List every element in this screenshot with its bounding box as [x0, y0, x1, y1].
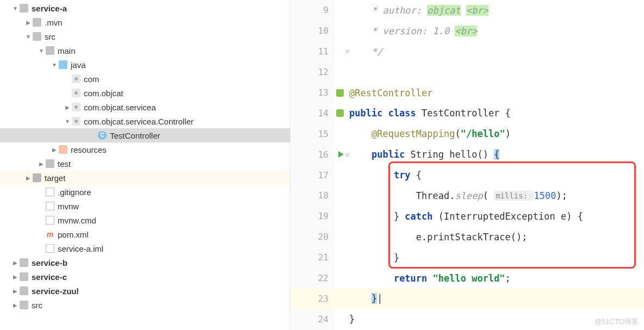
tree-item-service-c[interactable]: ▶service-c: [0, 270, 290, 284]
folder-icon: [20, 301, 28, 309]
code-token: {: [494, 149, 499, 160]
tree-item-testcontroller[interactable]: CTestController: [0, 128, 290, 142]
tree-item-label: .gitignore: [58, 188, 91, 197]
iml-icon: [46, 244, 54, 253]
tree-item-main[interactable]: ▼main: [0, 43, 290, 58]
tree-item-label: TestController: [110, 131, 160, 140]
code-line[interactable]: return "hello world";: [334, 268, 644, 289]
code-token: <br>: [466, 5, 488, 16]
tree-item-service-a[interactable]: ▼service-a: [0, 1, 290, 15]
expand-arrow-icon[interactable]: ▶: [25, 20, 32, 26]
code-line[interactable]: } catch (InterruptedException e) {: [334, 206, 644, 227]
line-number[interactable]: 10: [290, 21, 334, 41]
line-number[interactable]: 21: [290, 247, 334, 268]
code-editor[interactable]: 91011⊟1213141516⊟17181920212223⊟24 * aut…: [290, 0, 644, 330]
tree-item-label: service-c: [32, 272, 67, 282]
tree-item-service-a-iml[interactable]: service-a.iml: [0, 241, 290, 256]
code-line[interactable]: * author: objcat <br>: [334, 0, 644, 21]
code-token: Thread.: [349, 190, 455, 201]
folder-icon: [46, 159, 54, 168]
code-token: (: [483, 190, 494, 201]
code-line[interactable]: */: [334, 41, 644, 62]
tree-item-service-b[interactable]: ▶service-b: [0, 256, 290, 270]
code-line[interactable]: @RequestMapping("/hello"): [334, 123, 644, 144]
code-line[interactable]: e.printStackTrace();: [334, 227, 644, 247]
tree-item-target[interactable]: ▶target: [0, 171, 290, 185]
tree-item-service-zuul[interactable]: ▶service-zuul: [0, 284, 290, 298]
line-number[interactable]: 9: [290, 0, 334, 21]
code-line[interactable]: [334, 62, 644, 83]
code-token: @RestController: [349, 88, 433, 98]
tree-item-label: service-a: [32, 4, 67, 13]
tree-item-src[interactable]: ▶src: [0, 298, 290, 312]
expand-arrow-icon[interactable]: ▶: [12, 260, 18, 266]
expand-arrow-icon[interactable]: ▶: [64, 104, 71, 110]
tree-item-label: src: [45, 32, 55, 41]
expand-arrow-icon[interactable]: ▶: [12, 302, 18, 308]
expand-arrow-icon[interactable]: ▼: [25, 34, 32, 40]
code-line[interactable]: }|: [334, 288, 644, 309]
line-number[interactable]: 20: [290, 227, 334, 247]
class-icon: C: [98, 131, 107, 140]
expand-arrow-icon[interactable]: ▼: [38, 48, 45, 54]
tree-item-mvnw-cmd[interactable]: mvnw.cmd: [0, 213, 290, 227]
line-number[interactable]: 15: [290, 123, 334, 144]
tree-item-test[interactable]: ▶test: [0, 157, 290, 171]
expand-arrow-icon[interactable]: ▼: [51, 62, 58, 68]
tree-item-com-objcat[interactable]: com.objcat: [0, 86, 290, 100]
line-number[interactable]: 17: [290, 165, 334, 185]
project-tree[interactable]: ▼service-a▶.mvn▼src▼main▼javacomcom.objc…: [0, 0, 290, 330]
line-number[interactable]: 13: [290, 83, 334, 103]
line-number[interactable]: 14: [290, 103, 334, 123]
code-token: public: [371, 149, 411, 160]
line-number[interactable]: 11⊟: [290, 41, 334, 62]
expand-arrow-icon[interactable]: ▶: [38, 161, 45, 167]
code-line[interactable]: try {: [334, 165, 644, 185]
tree-item-java[interactable]: ▼java: [0, 58, 290, 72]
code-token: );: [556, 190, 567, 201]
code-line[interactable]: Thread.sleep( millis: 1500);: [334, 185, 644, 206]
package-icon: [72, 103, 81, 111]
line-number[interactable]: 23⊟: [290, 288, 334, 309]
code-line[interactable]: public class TestController {: [334, 103, 644, 123]
expand-arrow-icon[interactable]: ▶: [12, 274, 18, 280]
code-token: @RequestMapping: [371, 128, 455, 139]
expand-arrow-icon[interactable]: ▶: [12, 288, 18, 294]
code-token: * version: 1.0: [371, 26, 455, 36]
code-line[interactable]: }: [334, 247, 644, 268]
code-token: "/hello": [461, 128, 505, 139]
tree-item-com-objcat-servicea[interactable]: ▶com.objcat.servicea: [0, 100, 290, 114]
line-number[interactable]: 22: [290, 268, 334, 289]
code-token: }: [349, 314, 355, 325]
code-area[interactable]: * author: objcat <br> * version: 1.0 <br…: [334, 0, 644, 330]
line-number[interactable]: 18: [290, 185, 334, 206]
code-line[interactable]: @RestController: [334, 83, 644, 103]
line-number[interactable]: 16⊟: [290, 144, 334, 165]
code-token: */: [371, 46, 382, 57]
expand-arrow-icon[interactable]: ▼: [12, 5, 18, 11]
tree-item-pom-xml[interactable]: mpom.xml: [0, 227, 290, 241]
code-token: [461, 5, 466, 16]
tree-item-resources[interactable]: ▶resources: [0, 142, 290, 157]
code-token: * author:: [371, 5, 427, 16]
tree-item-mvnw[interactable]: mvnw: [0, 199, 290, 213]
code-line[interactable]: public String hello() {: [334, 144, 644, 165]
code-token: }: [349, 211, 405, 222]
tree-item-com-objcat-servicea-controller[interactable]: ▼com.objcat.servicea.Controller: [0, 114, 290, 128]
code-token: |: [377, 293, 382, 304]
code-line[interactable]: * version: 1.0 <br>: [334, 21, 644, 41]
code-token: [349, 46, 371, 57]
expand-arrow-icon[interactable]: ▶: [25, 175, 32, 181]
file-icon: [46, 188, 54, 196]
tree-item-com[interactable]: com: [0, 72, 290, 86]
tree-item--gitignore[interactable]: .gitignore: [0, 185, 290, 199]
expand-arrow-icon[interactable]: ▶: [51, 147, 58, 153]
expand-arrow-icon[interactable]: ▼: [64, 119, 71, 124]
line-number[interactable]: 12: [290, 62, 334, 83]
line-number[interactable]: 19: [290, 206, 334, 227]
file-icon: [46, 216, 54, 225]
gutter: 91011⊟1213141516⊟17181920212223⊟24: [290, 0, 334, 330]
line-number[interactable]: 24: [290, 309, 334, 329]
tree-item--mvn[interactable]: ▶.mvn: [0, 15, 290, 29]
tree-item-src[interactable]: ▼src: [0, 29, 290, 43]
